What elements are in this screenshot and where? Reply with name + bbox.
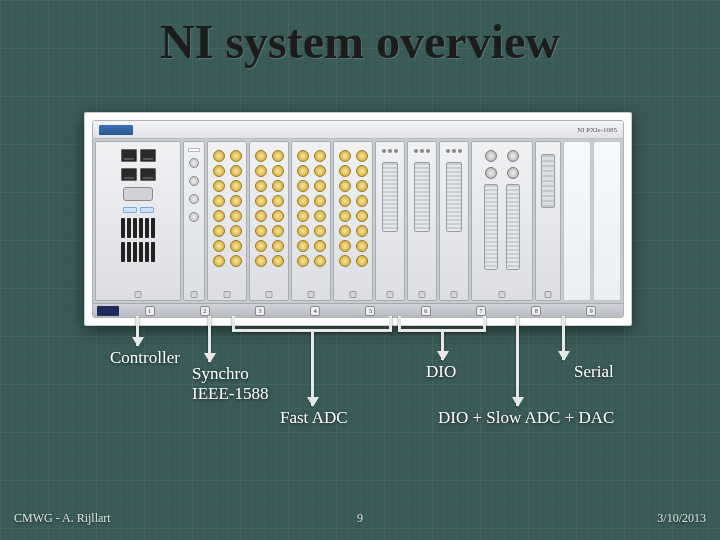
dio-module [375,141,405,301]
multi-pin-connector-icon [382,162,398,232]
db-connector-icon [123,187,153,201]
blank-slot [593,141,621,301]
arrow-icon [208,316,211,362]
usb-port-icon [123,207,137,213]
fast-adc-label: Fast ADC [280,408,348,428]
combo-module [471,141,533,301]
bnc-connector-icon [189,194,199,204]
chassis-image: NI PXIe-1085 [84,112,632,326]
ethernet-port-icon [121,149,137,162]
bnc-connector-icon [189,158,199,168]
ni-logo-icon [99,125,133,135]
footer-page-number: 9 [0,511,720,526]
slide-title: NI system overview [0,14,720,69]
footer-date: 3/10/2013 [657,511,706,526]
chassis-slots [93,139,623,303]
serial-module [535,141,561,301]
combo-label: DIO + Slow ADC + DAC [438,408,614,428]
fast-adc-module [207,141,247,301]
arrow-icon [516,316,519,406]
bnc-connector-icon [485,150,497,162]
ethernet-port-icon [121,168,137,181]
arrow-icon [562,316,565,360]
blank-slot [563,141,591,301]
serial-label: Serial [574,362,614,382]
chassis-bottom-bar: 123456789 [93,303,623,317]
bnc-connector-icon [189,176,199,186]
synchro-module [183,141,205,301]
arrow-icon [311,332,314,406]
controller-label: Controller [110,348,180,368]
synchro-label: Synchro IEEE-1588 [192,364,268,403]
controller-module [95,141,181,301]
bracket-icon [398,316,486,332]
ethernet-port-icon [140,168,156,181]
dio-module [407,141,437,301]
bracket-icon [232,316,392,332]
fast-adc-module [291,141,331,301]
bnc-connector-icon [189,212,199,222]
sma-connector-icon [213,150,225,162]
fast-adc-module [333,141,373,301]
pxi-logo-icon [97,306,119,316]
chassis-top-bar: NI PXIe-1085 [93,121,623,139]
multi-pin-connector-icon [484,184,498,270]
fast-adc-module [249,141,289,301]
dio-module [439,141,469,301]
serial-connector-icon [541,154,555,208]
arrow-icon [136,316,139,346]
ethernet-port-icon [140,149,156,162]
arrow-icon [441,332,444,360]
dio-label: DIO [426,362,456,382]
usb-port-icon [140,207,154,213]
chassis-model-label: NI PXIe-1085 [577,126,617,134]
